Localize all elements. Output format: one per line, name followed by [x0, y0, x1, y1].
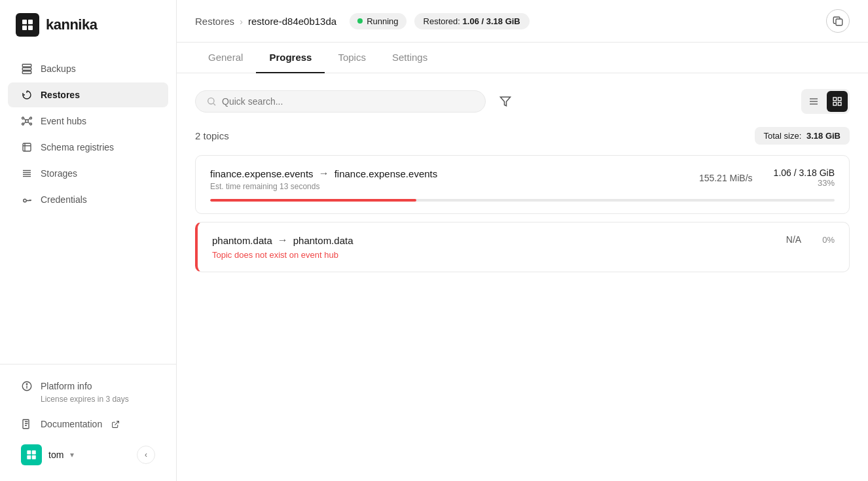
topic-2-error: Topic does not exist on event hub	[212, 250, 353, 260]
svg-rect-33	[836, 19, 842, 26]
schema-registries-icon	[21, 141, 33, 153]
logo: kannika	[0, 0, 176, 50]
svg-rect-30	[32, 450, 36, 454]
toolbar-row	[195, 89, 850, 114]
svg-line-12	[24, 118, 26, 120]
topic-1-source: finance.expense.events	[210, 168, 314, 179]
topic-1-stats: 155.21 MiB/s 1.06 / 3.18 GiB 33%	[699, 168, 835, 188]
svg-rect-1	[28, 20, 33, 24]
sidebar-item-documentation[interactable]: Documentation	[8, 412, 168, 436]
sidebar-item-platform-info[interactable]: Platform info License expires in 3 days	[8, 374, 168, 410]
documentation-label: Documentation	[41, 419, 102, 429]
restored-value: 1.06 / 3.18 GiB	[463, 16, 520, 26]
restored-badge: Restored: 1.06 / 3.18 GiB	[414, 13, 530, 29]
user-avatar	[21, 444, 42, 465]
svg-point-23	[24, 199, 27, 202]
sidebar-credentials-label: Credentials	[41, 194, 87, 205]
topic-1-header: finance.expense.events → finance.expense…	[210, 168, 835, 191]
sidebar-backups-label: Backups	[41, 63, 76, 74]
collapse-sidebar-button[interactable]: ‹	[137, 446, 155, 464]
svg-rect-31	[27, 455, 31, 459]
sidebar-schema-label: Schema registries	[41, 142, 114, 152]
platform-info-subtitle: License expires in 3 days	[41, 395, 129, 404]
credentials-icon	[21, 194, 33, 205]
svg-rect-29	[27, 450, 31, 454]
sidebar-item-credentials[interactable]: Credentials	[8, 187, 168, 212]
tabs-bar: General Progress Topics Settings	[177, 43, 868, 73]
total-size-label: Total size:	[764, 131, 802, 141]
sidebar-item-schema-registries[interactable]: Schema registries	[8, 135, 168, 160]
search-input[interactable]	[222, 96, 475, 107]
restored-label: Restored:	[424, 16, 460, 26]
sidebar-event-hubs-label: Event hubs	[41, 116, 86, 126]
platform-info-icon	[21, 380, 33, 392]
storages-icon	[21, 168, 33, 179]
tab-general[interactable]: General	[195, 43, 256, 73]
user-chevron-icon: ▾	[70, 450, 74, 459]
sidebar-item-backups[interactable]: Backups	[8, 56, 168, 81]
tab-progress[interactable]: Progress	[256, 43, 325, 73]
list-view-icon	[808, 96, 819, 107]
list-view-button[interactable]	[803, 91, 824, 112]
svg-point-25	[26, 383, 27, 385]
svg-point-8	[22, 117, 24, 119]
filter-button[interactable]	[494, 90, 517, 113]
sidebar-item-storages[interactable]: Storages	[8, 161, 168, 186]
topic-2-name: phantom.data → phantom.data	[212, 234, 353, 246]
svg-point-10	[22, 123, 24, 125]
topic-2-speed: N/A	[786, 234, 801, 245]
topic-2-source: phantom.data	[212, 235, 272, 246]
breadcrumb-parent[interactable]: Restores	[195, 16, 234, 27]
topic-2-pct: 0%	[822, 235, 835, 245]
svg-rect-3	[28, 26, 33, 30]
restores-icon	[21, 89, 33, 101]
external-link-icon	[111, 420, 120, 429]
topic-1-speed: 155.21 MiB/s	[699, 173, 753, 183]
topic-2-arrow: →	[278, 234, 288, 246]
topic-1-sub: Est. time remaining 13 seconds	[210, 182, 437, 191]
main-content: Restores › restore-d84e0b13da Running Re…	[177, 0, 868, 481]
svg-rect-5	[22, 68, 31, 71]
search-icon	[206, 96, 217, 107]
svg-point-9	[30, 117, 32, 119]
topic-1-right: 1.06 / 3.18 GiB 33%	[774, 168, 835, 188]
topic-1-progress-fill	[210, 199, 416, 202]
topic-2-stats: N/A 0%	[786, 234, 835, 245]
user-section[interactable]: tom ▾ ‹	[8, 438, 168, 472]
grid-view-icon	[832, 96, 842, 107]
svg-point-34	[208, 98, 214, 104]
search-box	[195, 90, 486, 113]
sidebar: kannika Backups Restores	[0, 0, 177, 481]
topic-2-dest: phantom.data	[293, 235, 353, 246]
backups-icon	[21, 63, 33, 75]
sidebar-nav: Backups Restores Event hubs	[0, 50, 176, 364]
svg-rect-6	[22, 71, 31, 74]
user-avatar-icon	[26, 449, 37, 461]
summary-row: 2 topics Total size: 3.18 GiB	[195, 127, 850, 145]
svg-rect-27	[23, 419, 29, 429]
view-toggle	[801, 89, 850, 114]
topic-2-header: phantom.data → phantom.data Topic does n…	[212, 234, 835, 260]
logo-text: kannika	[46, 16, 97, 33]
tab-topics[interactable]: Topics	[325, 43, 379, 73]
topic-card-1: finance.expense.events → finance.expense…	[195, 155, 850, 214]
svg-line-14	[24, 122, 26, 124]
sidebar-bottom: Platform info License expires in 3 days …	[0, 364, 176, 481]
event-hubs-icon	[21, 115, 33, 127]
breadcrumb: Restores › restore-d84e0b13da	[195, 16, 336, 27]
total-size-badge: Total size: 3.18 GiB	[755, 127, 850, 145]
svg-rect-41	[838, 98, 841, 101]
sidebar-item-restores[interactable]: Restores	[8, 82, 168, 107]
tab-settings[interactable]: Settings	[379, 43, 441, 73]
grid-view-button[interactable]	[827, 91, 848, 112]
sidebar-item-event-hubs[interactable]: Event hubs	[8, 109, 168, 134]
total-size-value: 3.18 GiB	[806, 131, 841, 141]
svg-point-11	[30, 123, 32, 125]
copy-button[interactable]	[826, 9, 850, 33]
svg-rect-40	[833, 98, 837, 101]
documentation-icon	[21, 418, 33, 430]
platform-info-label: Platform info	[41, 381, 92, 391]
svg-line-13	[28, 118, 30, 120]
topic-card-2: phantom.data → phantom.data Topic does n…	[195, 222, 850, 272]
status-dot	[357, 18, 363, 24]
